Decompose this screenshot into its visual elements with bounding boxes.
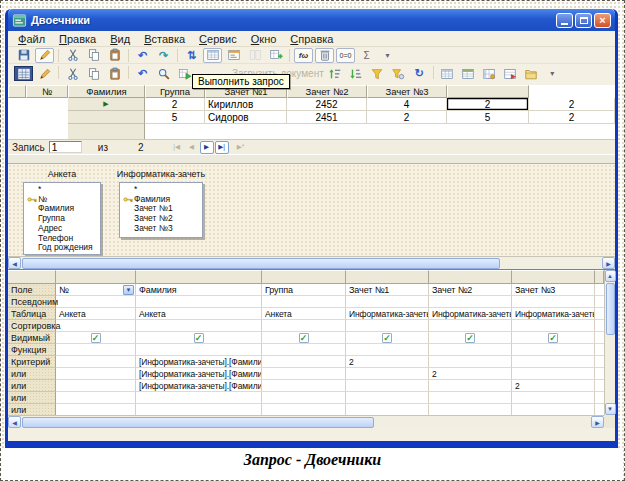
scroll-thumb[interactable] <box>22 258 500 269</box>
qbe-alias-cell[interactable] <box>262 296 346 308</box>
cell[interactable]: 5 <box>447 111 529 124</box>
qbe-sort-cell[interactable] <box>512 320 595 332</box>
qbe-column-header[interactable] <box>346 270 429 284</box>
qbe-criteria-cell[interactable] <box>429 392 512 404</box>
toolbar-options-icon[interactable]: ▾ <box>543 66 562 81</box>
find-icon[interactable] <box>154 66 173 81</box>
maximize-button[interactable] <box>575 13 592 28</box>
qbe-function-cell[interactable] <box>262 344 346 356</box>
tables-pane-h-scrollbar[interactable]: ◀ ▶ <box>8 256 615 269</box>
save-icon[interactable] <box>14 48 33 63</box>
qbe-criteria-cell[interactable] <box>512 392 595 404</box>
edit-pencil-icon[interactable] <box>35 48 54 63</box>
scroll-up-icon[interactable]: ▲ <box>605 270 616 282</box>
qbe-criteria-cell[interactable]: [Информатика-зачеты].[Фамилия] <box>136 380 262 392</box>
select-all-corner[interactable] <box>8 85 26 98</box>
qbe-visible-cell[interactable]: ✓ <box>262 332 346 344</box>
qbe-criteria-cell[interactable]: [Информатика-зачеты].[Фамилия] <box>136 356 262 368</box>
qbe-criteria-cell[interactable] <box>56 380 136 392</box>
new-record-button[interactable]: ▶* <box>234 141 248 154</box>
visible-checkbox[interactable]: ✓ <box>548 333 558 343</box>
qbe-criteria-cell[interactable] <box>346 368 429 380</box>
scroll-down-icon[interactable]: ▼ <box>605 403 616 415</box>
qbe-criteria-cell[interactable] <box>429 380 512 392</box>
qbe-criteria-cell[interactable] <box>346 380 429 392</box>
qbe-sort-cell[interactable] <box>136 320 262 332</box>
scroll-thumb[interactable] <box>22 417 374 428</box>
cell[interactable]: Сидоров <box>205 111 287 124</box>
qbe-criteria-cell[interactable] <box>262 380 346 392</box>
qbe-criteria-cell[interactable] <box>429 356 512 368</box>
field-dropdown-icon[interactable]: ▼ <box>123 285 134 295</box>
column-header[interactable]: Зачет №3 <box>367 85 447 98</box>
qbe-criteria-cell[interactable] <box>56 356 136 368</box>
qbe-field-cell[interactable]: Зачет №1 <box>346 284 429 296</box>
pane-splitter[interactable] <box>8 154 615 164</box>
table-data-icon[interactable] <box>438 66 457 81</box>
qbe-function-cell[interactable] <box>346 344 429 356</box>
next-record-button[interactable]: ▶ <box>200 141 214 154</box>
menu-help[interactable]: Справка <box>283 32 340 46</box>
design-view-icon[interactable] <box>14 66 33 81</box>
qbe-field-cell[interactable]: Зачет №3 <box>512 284 595 296</box>
menu-window[interactable]: Окно <box>244 32 284 46</box>
previous-record-button[interactable]: ◀ <box>185 141 199 154</box>
cut-icon[interactable] <box>63 66 82 81</box>
scroll-thumb[interactable] <box>606 283 615 335</box>
table-edit-icon[interactable] <box>459 66 478 81</box>
qbe-column-header[interactable] <box>512 270 595 284</box>
qbe-function-cell[interactable] <box>56 344 136 356</box>
qbe-criteria-cell[interactable] <box>346 392 429 404</box>
design-table-informatika[interactable]: * Фамилия Зачет №1 Зачет №2 Зачет №3 <box>119 182 203 238</box>
toolbar-options-icon[interactable]: ▾ <box>378 48 397 63</box>
form-icon[interactable] <box>224 48 243 63</box>
scroll-left-icon[interactable]: ◀ <box>8 416 21 428</box>
menu-tools[interactable]: Сервис <box>192 32 244 46</box>
qbe-column-header[interactable] <box>262 270 346 284</box>
scroll-right-icon[interactable]: ▶ <box>591 416 604 428</box>
delete-icon[interactable] <box>315 48 334 63</box>
scroll-left-icon[interactable]: ◀ <box>8 257 21 269</box>
menu-insert[interactable]: Вставка <box>137 32 192 46</box>
close-button[interactable]: × <box>594 13 611 28</box>
qbe-alias-cell[interactable] <box>429 296 512 308</box>
qbe-sort-cell[interactable] <box>346 320 429 332</box>
qbe-table-cell[interactable]: Информатика-зачеты <box>512 308 595 320</box>
qbe-criteria-cell[interactable] <box>262 392 346 404</box>
undo-icon[interactable]: ↶ <box>133 66 152 81</box>
columns-icon[interactable] <box>245 48 264 63</box>
qbe-criteria-cell[interactable] <box>56 392 136 404</box>
qbe-v-scrollbar[interactable]: ▲ ▼ <box>604 270 615 415</box>
edit-pencil-icon[interactable] <box>35 66 54 81</box>
qbe-criteria-cell[interactable] <box>512 368 595 380</box>
cell[interactable]: 2452 <box>287 98 367 111</box>
visible-checkbox[interactable]: ✓ <box>299 333 309 343</box>
qbe-table-cell[interactable]: Анкета <box>136 308 262 320</box>
design-table-anketa[interactable]: * № Фамилия Группа Адрес Телефон Год рож… <box>23 182 101 255</box>
qbe-column-header[interactable] <box>56 270 136 284</box>
qbe-field-cell[interactable]: Фамилия <box>136 284 262 296</box>
qbe-h-scrollbar[interactable]: ◀ ▶ <box>8 415 604 428</box>
qbe-visible-cell[interactable]: ✓ <box>512 332 595 344</box>
column-header[interactable]: № <box>26 85 68 98</box>
row-selector[interactable]: ▶ <box>68 98 145 111</box>
table-field[interactable]: Год рождения <box>27 243 100 253</box>
copy-icon[interactable] <box>84 48 103 63</box>
visible-checkbox[interactable]: ✓ <box>194 333 204 343</box>
paste-icon[interactable] <box>105 48 124 63</box>
qbe-column-header[interactable] <box>429 270 512 284</box>
qbe-table-cell[interactable]: Анкета <box>56 308 136 320</box>
qbe-alias-cell[interactable] <box>346 296 429 308</box>
qbe-criteria-cell[interactable]: 2 <box>346 356 429 368</box>
qbe-criteria-cell[interactable] <box>56 368 136 380</box>
qbe-criteria-cell[interactable] <box>136 392 262 404</box>
join-icon[interactable]: 0=0 <box>336 48 355 63</box>
minimize-button[interactable] <box>556 13 573 28</box>
qbe-field-cell[interactable]: №▼ <box>56 284 136 296</box>
copy-icon[interactable] <box>84 66 103 81</box>
cell[interactable]: 5 <box>145 111 205 124</box>
redo-icon[interactable]: ↷ <box>154 48 173 63</box>
cell[interactable]: 2451 <box>287 111 367 124</box>
qbe-criteria-cell[interactable]: 2 <box>512 380 595 392</box>
qbe-sort-cell[interactable] <box>56 320 136 332</box>
